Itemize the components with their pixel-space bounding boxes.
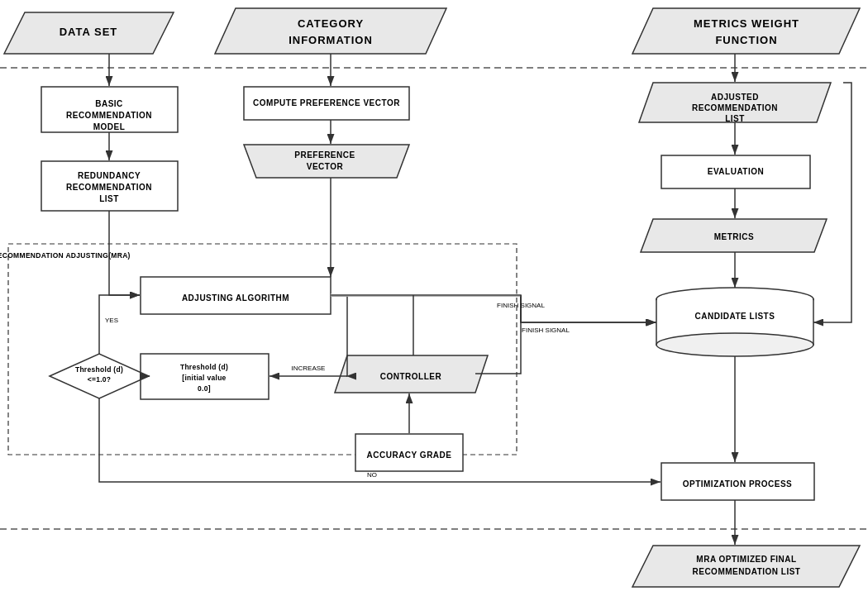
adjusted-rec-label: ADJUSTED: [711, 93, 759, 102]
mra-optimized-label2: RECOMMENDATION LIST: [693, 567, 801, 576]
basic-rec-model-label3: MODEL: [93, 122, 126, 131]
finish-signal-label2: FINISH SIGNAL: [497, 302, 545, 309]
metrics-weight-header2: FUNCTION: [715, 34, 777, 46]
category-info-header2: INFORMATION: [289, 34, 373, 46]
basic-rec-model-label2: RECOMMENDATION: [66, 111, 152, 120]
flowchart-diagram: DATA SET CATEGORY INFORMATION METRICS WE…: [0, 0, 868, 596]
pref-vector-label: PREFERENCE: [294, 150, 355, 160]
finish-signal-label: FINISH SIGNAL: [522, 327, 570, 334]
threshold-label: Threshold (d): [180, 363, 228, 371]
redundancy-label3: LIST: [99, 194, 119, 203]
candidate-lists-label: CANDIDATE LISTS: [695, 312, 775, 321]
accuracy-grade-label: ACCURACY GRADE: [367, 451, 452, 460]
basic-rec-model-label: BASIC: [95, 99, 123, 108]
pref-vector-label2: VECTOR: [307, 162, 344, 171]
dataset-header: DATA SET: [60, 26, 118, 38]
controller-label: CONTROLLER: [380, 372, 442, 381]
yes-label: YES: [105, 317, 118, 324]
svg-point-24: [656, 333, 813, 356]
evaluation-label: EVALUATION: [708, 167, 765, 176]
metrics-weight-header: METRICS WEIGHT: [694, 17, 799, 30]
mra-optimized-label: MRA OPTIMIZED FINAL: [696, 555, 796, 564]
increase-label: INCREASE: [292, 365, 326, 372]
adjusting-algo-label: ADJUSTING ALGORITHM: [182, 293, 289, 303]
svg-marker-6: [215, 8, 446, 54]
svg-marker-7: [632, 8, 860, 54]
mra-label: MULTI-CATEGORIZATION RECOMMENDATION ADJU…: [0, 251, 131, 260]
category-info-header: CATEGORY: [298, 17, 364, 30]
adjusted-rec-label2: RECOMMENDATION: [692, 103, 778, 112]
redundancy-label: REDUNDANCY: [78, 171, 141, 180]
threshold-label2: [initial value: [182, 374, 226, 382]
threshold-check-label: Threshold (d): [75, 365, 123, 374]
redundancy-label2: RECOMMENDATION: [66, 183, 152, 192]
metrics-label: METRICS: [714, 232, 755, 241]
no-label: NO: [367, 471, 377, 479]
compute-pref-label: COMPUTE PREFERENCE VECTOR: [253, 98, 400, 107]
adjusted-rec-label3: LIST: [725, 114, 745, 123]
threshold-check-label2: <=1.0?: [88, 375, 112, 384]
threshold-label3: 0.0]: [198, 384, 211, 393]
optimization-label: OPTIMIZATION PROCESS: [683, 479, 793, 489]
